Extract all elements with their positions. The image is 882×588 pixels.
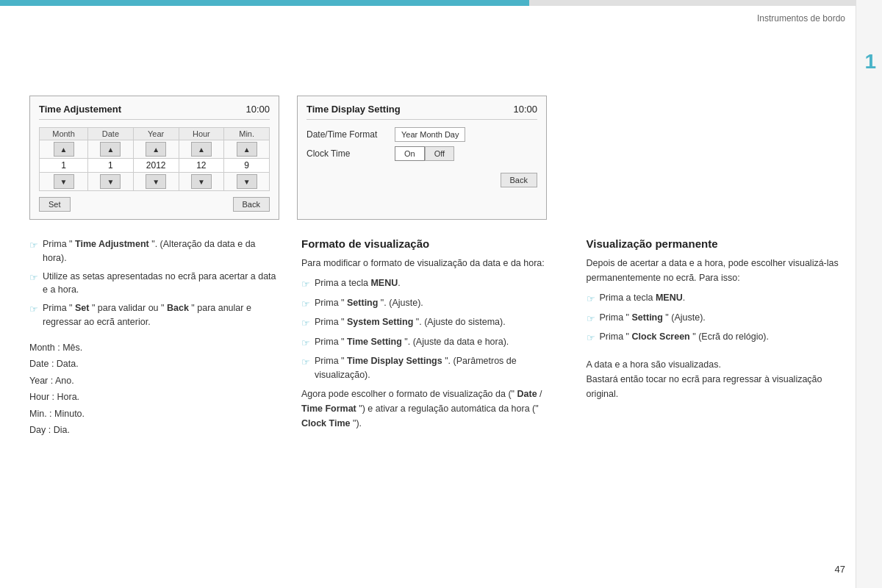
- panel-right-title: Time Display Setting: [306, 104, 401, 115]
- panel-left-title: Time Adjustement: [39, 104, 121, 115]
- col-year: Year: [133, 128, 179, 140]
- left-bullet-text-1: Prima " Time Adjustment ". (Alteração da…: [43, 237, 279, 265]
- page-number: 47: [835, 564, 845, 575]
- year-value: 2012: [133, 159, 179, 173]
- mid-bullet-text-4: Prima " Time Setting ". (Ajuste da data …: [315, 335, 509, 349]
- right-sidebar-accent: 1: [856, 0, 882, 588]
- legend-year: Year : Ano.: [29, 373, 279, 390]
- legend-month: Month : Mês.: [29, 340, 279, 356]
- year-up-btn[interactable]: ▲: [146, 142, 166, 157]
- year-down-btn[interactable]: ▼: [146, 174, 166, 189]
- middle-heading: Formato de visualização: [301, 237, 564, 250]
- right-bullet-3: ☞ Prima " Clock Screen " (Ecrã do relógi…: [587, 330, 850, 345]
- time-display-panel: Time Display Setting 10:00 Date/Time For…: [297, 96, 547, 220]
- mid-bullet-3: ☞ Prima " System Setting ". (Ajuste do s…: [301, 315, 564, 331]
- mid-bullet-5: ☞ Prima " Time Display Settings ". (Parâ…: [301, 354, 564, 382]
- clock-time-label: Clock Time: [306, 148, 395, 159]
- mid-bullet-text-5: Prima " Time Display Settings ". (Parâme…: [315, 354, 564, 382]
- mid-bullet-text-1: Prima a tecla MENU.: [315, 276, 401, 290]
- mid-bullet-icon-2: ☞: [301, 297, 310, 312]
- min-value: 9: [224, 159, 270, 173]
- text-columns: ☞ Prima " Time Adjustment ". (Alteração …: [29, 237, 849, 439]
- mid-bullet-icon-4: ☞: [301, 336, 310, 351]
- right-outro: A data e a hora são visualizadas.Bastará…: [587, 357, 850, 401]
- time-adj-table: Month Date Year Hour Min. ▲ ▲ ▲ ▲ ▲: [39, 127, 270, 191]
- left-bullet-text-2: Utilize as setas apresentadas no ecrã pa…: [43, 270, 279, 298]
- legend-date: Date : Data.: [29, 356, 279, 373]
- date-value: 1: [88, 159, 134, 173]
- middle-intro: Para modificar o formato de visualização…: [301, 256, 564, 270]
- panel-right-time: 10:00: [513, 104, 537, 115]
- right-bullet-text-1: Prima a tecla MENU.: [600, 291, 686, 305]
- bullet-icon-1: ☞: [29, 238, 38, 253]
- right-bullet-2: ☞ Prima " Setting " (Ajuste).: [587, 311, 850, 326]
- back-button-right[interactable]: Back: [501, 173, 537, 187]
- hour-down-btn[interactable]: ▼: [191, 174, 212, 189]
- right-intro: Depois de acertar a data e a hora, pode …: [587, 256, 850, 285]
- mid-bullet-2: ☞ Prima " Setting ". (Ajuste).: [301, 296, 564, 312]
- mid-bullet-text-3: Prima " System Setting ". (Ajuste do sis…: [315, 315, 506, 329]
- legend-list: Month : Mês. Date : Data. Year : Ano. Ho…: [29, 340, 279, 439]
- right-bullet-icon-1: ☞: [587, 292, 595, 306]
- col-month: Month: [40, 128, 88, 140]
- panel-right-header: Time Display Setting 10:00: [306, 104, 537, 120]
- clock-time-toggle: On Off: [395, 146, 454, 161]
- clock-time-on-btn[interactable]: On: [395, 146, 425, 161]
- mid-bullet-icon-1: ☞: [301, 277, 310, 292]
- main-content: Time Adjustement 10:00 Month Date Year H…: [29, 22, 849, 439]
- mid-bullet-4: ☞ Prima " Time Setting ". (Ajuste da dat…: [301, 335, 564, 351]
- panels-row: Time Adjustement 10:00 Month Date Year H…: [29, 96, 849, 220]
- col-min: Min.: [224, 128, 270, 140]
- left-bullet-text-3: Prima " Set " para validar ou " Back " p…: [43, 301, 279, 329]
- clock-time-off-btn[interactable]: Off: [425, 146, 454, 161]
- chapter-number: 1: [864, 50, 876, 74]
- month-down-btn[interactable]: ▼: [54, 174, 74, 189]
- time-adjustment-panel: Time Adjustement 10:00 Month Date Year H…: [29, 96, 279, 220]
- datetime-format-row: Date/Time Format Year Month Day: [306, 127, 537, 142]
- top-accent-bar: [0, 0, 882, 6]
- min-up-btn[interactable]: ▲: [237, 142, 257, 157]
- left-text-column: ☞ Prima " Time Adjustment ". (Alteração …: [29, 237, 279, 439]
- hour-up-btn[interactable]: ▲: [191, 142, 212, 157]
- panel-right-footer: Back: [306, 173, 537, 187]
- left-bullet-3: ☞ Prima " Set " para validar ou " Back "…: [29, 301, 279, 329]
- legend-hour: Hour : Hora.: [29, 389, 279, 406]
- middle-outro: Agora pode escolher o formato de visuali…: [301, 387, 564, 431]
- mid-bullet-1: ☞ Prima a tecla MENU.: [301, 276, 564, 292]
- date-up-btn[interactable]: ▲: [100, 142, 121, 157]
- right-bullet-icon-3: ☞: [587, 331, 595, 345]
- datetime-format-label: Date/Time Format: [306, 129, 395, 140]
- right-heading: Visualização permanente: [587, 237, 850, 250]
- right-bullet-text-2: Prima " Setting " (Ajuste).: [600, 311, 706, 325]
- mid-bullet-icon-3: ☞: [301, 316, 310, 331]
- mid-bullet-icon-5: ☞: [301, 355, 310, 370]
- right-bullet-text-3: Prima " Clock Screen " (Ecrã do relógio)…: [600, 330, 770, 344]
- right-bullet-1: ☞ Prima a tecla MENU.: [587, 291, 850, 306]
- back-button-left[interactable]: Back: [233, 197, 270, 212]
- legend-day: Day : Dia.: [29, 422, 279, 439]
- bullet-icon-3: ☞: [29, 302, 38, 317]
- date-down-btn[interactable]: ▼: [100, 174, 121, 189]
- legend-min: Min. : Minuto.: [29, 406, 279, 423]
- middle-text-column: Formato de visualização Para modificar o…: [301, 237, 564, 439]
- col-hour: Hour: [179, 128, 224, 140]
- bullet-icon-2: ☞: [29, 270, 38, 285]
- month-up-btn[interactable]: ▲: [54, 142, 74, 157]
- panel-left-header: Time Adjustement 10:00: [39, 104, 270, 120]
- right-bullet-icon-2: ☞: [587, 312, 595, 326]
- panel-left-time: 10:00: [245, 104, 270, 115]
- datetime-format-value: Year Month Day: [395, 127, 465, 142]
- set-button[interactable]: Set: [39, 197, 71, 212]
- right-text-column: Visualização permanente Depois de acerta…: [587, 237, 850, 439]
- clock-time-row: Clock Time On Off: [306, 146, 537, 161]
- col-date: Date: [88, 128, 134, 140]
- left-bullet-1: ☞ Prima " Time Adjustment ". (Alteração …: [29, 237, 279, 265]
- mid-bullet-text-2: Prima " Setting ". (Ajuste).: [315, 296, 423, 310]
- hour-value: 12: [179, 159, 224, 173]
- left-bullet-2: ☞ Utilize as setas apresentadas no ecrã …: [29, 270, 279, 298]
- min-down-btn[interactable]: ▼: [237, 174, 257, 189]
- panel-left-footer: Set Back: [39, 197, 270, 212]
- month-value: 1: [40, 159, 88, 173]
